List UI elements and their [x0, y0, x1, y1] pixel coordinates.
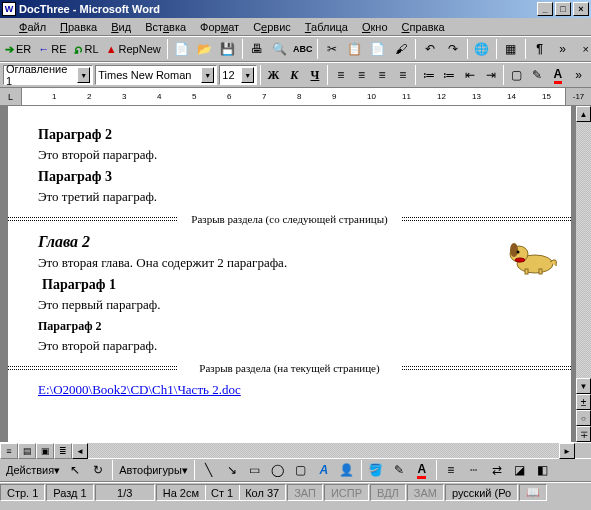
redo-icon[interactable]: ↷ — [442, 38, 464, 60]
page[interactable]: Параграф 2 Это второй параграф. Параграф… — [8, 106, 571, 442]
status-ext[interactable]: ВДЛ — [370, 484, 406, 501]
next-page-icon[interactable]: ∓ — [576, 426, 591, 442]
wordart-icon[interactable]: A — [313, 459, 335, 481]
vertical-scrollbar[interactable]: ▲ ▼ ± ○ ∓ — [575, 106, 591, 442]
print-icon[interactable]: 🖶 — [246, 38, 268, 60]
line-style-icon[interactable]: ≡ — [440, 459, 462, 481]
oval-icon[interactable]: ◯ — [267, 459, 289, 481]
minimize-button[interactable]: _ — [537, 2, 553, 16]
3d-icon[interactable]: ◧ — [532, 459, 554, 481]
textbox-icon[interactable]: ▢ — [290, 459, 312, 481]
shadow-icon[interactable]: ◪ — [509, 459, 531, 481]
normal-view-icon[interactable]: ≡ — [0, 443, 18, 459]
prev-page-icon[interactable]: ± — [576, 394, 591, 410]
menu-edit[interactable]: Правка — [53, 20, 104, 34]
rotate-icon[interactable]: ↻ — [87, 459, 109, 481]
menu-file[interactable]: Файл — [12, 20, 53, 34]
clipart-icon[interactable]: 👤 — [336, 459, 358, 481]
outline-view-icon[interactable]: ≣ — [54, 443, 72, 459]
hscroll-row: ≡ ▤ ▣ ≣ ◄ ► — [0, 442, 591, 458]
new-icon[interactable]: 📄 — [171, 38, 193, 60]
copy-icon[interactable]: 📋 — [344, 38, 366, 60]
scroll-up-icon[interactable]: ▲ — [576, 106, 591, 122]
text-pp2: Это второй параграф. — [38, 338, 547, 354]
show-marks-icon[interactable]: ¶ — [529, 38, 551, 60]
menu-tools[interactable]: Сервис — [246, 20, 298, 34]
italic-icon[interactable]: К — [284, 64, 305, 86]
maximize-button[interactable]: □ — [555, 2, 571, 16]
dash-style-icon[interactable]: ┄ — [463, 459, 485, 481]
more-icon[interactable]: » — [552, 38, 574, 60]
nav-rl[interactable]: ↺RL — [71, 39, 102, 59]
bold-icon[interactable]: Ж — [263, 64, 284, 86]
browse-object-icon[interactable]: ○ — [576, 410, 591, 426]
scroll-right-icon[interactable]: ► — [559, 443, 575, 459]
underline-icon[interactable]: Ч — [305, 64, 326, 86]
hscroll-track[interactable] — [88, 443, 559, 458]
status-book-icon[interactable]: 📖 — [519, 484, 547, 501]
ruler-scale[interactable]: 123456789101112131415 — [22, 88, 565, 105]
fill-color-icon[interactable]: 🪣 — [365, 459, 387, 481]
nav-er[interactable]: ➔ER — [2, 39, 34, 59]
draw-actions[interactable]: Действия ▾ — [3, 460, 63, 480]
print-view-icon[interactable]: ▣ — [36, 443, 54, 459]
menu-window[interactable]: Окно — [355, 20, 395, 34]
nav-repnew[interactable]: ▲RepNew — [103, 39, 164, 59]
hyperlink-part2[interactable]: E:\O2000\Book2\CD\Ch1\Часть 2.doc — [38, 382, 241, 397]
open-icon[interactable]: 📂 — [194, 38, 216, 60]
ruler[interactable]: L 123456789101112131415 -17 — [0, 88, 591, 106]
paste-icon[interactable]: 📄 — [367, 38, 389, 60]
menu-insert[interactable]: Вставка — [138, 20, 193, 34]
align-justify-icon[interactable]: ≡ — [392, 64, 413, 86]
style-combo[interactable]: Оглавление 1▼ — [3, 65, 93, 85]
nav-re[interactable]: ←RE — [35, 39, 69, 59]
menu-view[interactable]: Вид — [104, 20, 138, 34]
undo-icon[interactable]: ↶ — [419, 38, 441, 60]
format-painter-icon[interactable]: 🖌 — [390, 38, 412, 60]
align-right-icon[interactable]: ≡ — [372, 64, 393, 86]
doc-close-button[interactable]: × — [583, 43, 589, 55]
weblayout-view-icon[interactable]: ▤ — [18, 443, 36, 459]
size-combo[interactable]: 12▼ — [219, 65, 257, 85]
assistant-dog-icon[interactable] — [505, 234, 561, 276]
status-trk[interactable]: ИСПР — [324, 484, 369, 501]
draw-autoshapes[interactable]: Автофигуры ▾ — [116, 460, 191, 480]
numbered-list-icon[interactable]: ≔ — [418, 64, 439, 86]
select-objects-icon[interactable]: ↖ — [64, 459, 86, 481]
more2-icon[interactable]: » — [568, 64, 589, 86]
highlight-icon[interactable]: ✎ — [527, 64, 548, 86]
rectangle-icon[interactable]: ▭ — [244, 459, 266, 481]
line-icon[interactable]: ╲ — [198, 459, 220, 481]
hyperlink-icon[interactable]: 🌐 — [471, 38, 493, 60]
cut-icon[interactable]: ✂ — [321, 38, 343, 60]
decrease-indent-icon[interactable]: ⇤ — [460, 64, 481, 86]
line-color-icon[interactable]: ✎ — [388, 459, 410, 481]
horizontal-scrollbar[interactable]: ◄ ► — [72, 443, 575, 458]
spell-icon[interactable]: ABC — [292, 38, 314, 60]
bulleted-list-icon[interactable]: ≔ — [439, 64, 460, 86]
arrow-icon[interactable]: ↘ — [221, 459, 243, 481]
status-ovr[interactable]: ЗАМ — [407, 484, 444, 501]
scroll-down-icon[interactable]: ▼ — [576, 378, 591, 394]
arrow-style-icon[interactable]: ⇄ — [486, 459, 508, 481]
align-left-icon[interactable]: ≡ — [330, 64, 351, 86]
status-lang[interactable]: русский (Ро — [445, 484, 518, 501]
borders-icon[interactable]: ▢ — [506, 64, 527, 86]
scroll-left-icon[interactable]: ◄ — [72, 443, 88, 459]
menu-help[interactable]: Справка — [395, 20, 452, 34]
menu-table[interactable]: Таблица — [298, 20, 355, 34]
preview-icon[interactable]: 🔍 — [269, 38, 291, 60]
tables-icon[interactable]: ▦ — [500, 38, 522, 60]
menu-format[interactable]: Формат — [193, 20, 246, 34]
save-icon[interactable]: 💾 — [217, 38, 239, 60]
scroll-track[interactable] — [576, 122, 591, 378]
font-color2-icon[interactable]: A — [411, 459, 433, 481]
close-button[interactable]: × — [573, 2, 589, 16]
align-center-icon[interactable]: ≡ — [351, 64, 372, 86]
status-rec[interactable]: ЗАП — [287, 484, 323, 501]
increase-indent-icon[interactable]: ⇥ — [480, 64, 501, 86]
menu-bar: Файл Правка Вид Вставка Формат Сервис Та… — [0, 18, 591, 36]
heading-chapter2: Глава 2 — [38, 233, 547, 251]
font-color-icon[interactable]: A — [548, 64, 569, 86]
font-combo[interactable]: Times New Roman▼ — [95, 65, 217, 85]
